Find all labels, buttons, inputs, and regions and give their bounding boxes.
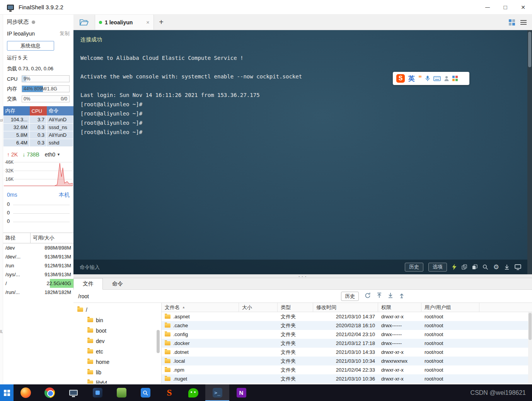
column-header-mtime[interactable]: 修改时间 [313,303,378,312]
open-connection-manager-button[interactable] [73,15,95,30]
ping-host[interactable]: 本机 [59,192,70,199]
search-icon[interactable] [483,264,488,270]
taskbar-finalshell[interactable] [205,384,229,401]
disk-header-size[interactable]: 可用/大小 [31,233,73,243]
file-row[interactable]: .docker 文件夹 2021/03/12 17:18 drwx------ … [162,339,532,348]
taskbar-onenote[interactable] [229,384,253,401]
process-header-mem[interactable]: 内存 [3,106,30,116]
tree-scrollbar-thumb[interactable] [157,330,160,353]
disk-row[interactable]: /run 912M/913M [3,261,73,270]
disk-row[interactable]: /sys/... 913M/913M [3,270,73,279]
taskbar-computer[interactable] [61,384,85,401]
minimize-button[interactable] [479,0,496,15]
copy-ip-link[interactable]: 复制 [60,30,70,37]
close-button[interactable] [514,0,532,15]
terminal-scrollbar[interactable] [527,30,532,274]
tree-item[interactable]: lib64 [73,377,161,384]
window-controls [479,0,532,15]
windows-start-button[interactable] [0,384,14,401]
file-row[interactable]: .config 文件夹 2021/02/04 23:10 drwx------ … [162,330,532,339]
process-row[interactable]: 6.4M 0.3 sshd [3,139,73,147]
process-header-cmd[interactable]: 命令 [47,106,73,116]
taskbar-app-green[interactable] [109,384,133,401]
tab-commands[interactable]: 命令 [103,278,132,289]
taskbar-chrome[interactable] [38,384,61,401]
ime-toolbox-grid-icon[interactable] [452,76,458,81]
disk-header-path[interactable]: 路径 [3,233,31,243]
upload-icon[interactable] [399,292,404,300]
file-row[interactable]: .dotnet 文件夹 2021/03/10 14:33 drwxr-xr-x … [162,348,532,357]
maximize-button[interactable] [496,0,514,15]
download-icon[interactable] [388,292,393,300]
tree-item-root[interactable]: / [73,304,161,315]
fullscreen-window-icon[interactable] [515,264,521,270]
paste-icon[interactable] [472,264,477,270]
tree-item[interactable]: dev [73,336,161,346]
disk-row[interactable]: / 22.5G/40G [3,279,73,288]
taskbar-wechat[interactable] [181,384,205,401]
tree-item[interactable]: lib [73,367,161,377]
file-name: .local [173,358,185,364]
file-row[interactable]: .cache 文件夹 2020/02/18 16:10 drwx------ r… [162,321,532,330]
ime-keyboard-icon[interactable] [433,76,441,81]
file-row[interactable]: .nuget 文件夹 2021/03/10 10:36 drwxr-xr-x r… [162,374,532,383]
terminal-scrollbar-thumb[interactable] [528,32,531,67]
disk-row[interactable]: /run/... 182M/182M [3,288,73,297]
file-table-scrollbar-thumb[interactable] [529,313,532,340]
column-header-perm[interactable]: 权限 [378,303,421,312]
process-row[interactable]: 32.6M 0.3 sssd_ns [3,124,73,131]
process-row[interactable]: 104.3... 3.7 AliYunD [3,116,73,124]
current-path[interactable]: /root [78,293,89,299]
file-row[interactable]: .local 文件夹 2021/03/10 10:34 drwxrwxrwx r… [162,357,532,365]
column-header-filename[interactable]: 文件名 [162,303,239,312]
file-row[interactable]: .npm 文件夹 2021/02/04 22:33 drwxr-xr-x roo… [162,365,532,374]
finalshell-window: FinalShell 3.9.2.2 ot IL 同步状态 IP leoaliy… [0,0,532,401]
sogou-logo-icon[interactable]: S [396,74,405,83]
tree-item[interactable]: home [73,357,161,367]
file-table-scrollbar[interactable] [528,312,532,384]
command-input[interactable] [80,264,405,270]
sogou-ime-toolbar[interactable]: S 英 ” [393,72,469,85]
terminal-view[interactable]: 连接成功 Welcome to Alibaba Cloud Elastic Co… [73,30,527,274]
history-button[interactable]: 历史 [405,263,423,272]
layout-grid-icon[interactable] [509,19,515,25]
process-row[interactable]: 5.8M 0.3 AliYunD [3,131,73,139]
path-history-button[interactable]: 历史 [341,292,359,301]
taskbar-sogou[interactable]: S [157,384,181,401]
download-arrow-icon[interactable] [504,264,510,270]
tree-item[interactable]: bin [73,315,161,325]
terminal-prompt-line: [root@aliyunleo ~]# [80,127,527,137]
transfer-up-icon[interactable] [377,292,382,300]
tree-item[interactable]: etc [73,346,161,357]
ime-handwriting-icon[interactable] [444,76,449,81]
tab-close-icon[interactable] [146,19,150,25]
column-header-type[interactable]: 类型 [278,303,313,312]
disk-row[interactable]: /dev/... 913M/913M [3,252,73,261]
new-tab-button[interactable] [154,15,169,30]
ime-language-toggle[interactable]: 英 [408,74,415,83]
tab-files[interactable]: 文件 [73,278,103,290]
taskbar-firefox[interactable] [14,384,38,401]
copy-icon[interactable] [462,264,467,270]
tree-item[interactable]: boot [73,325,161,336]
options-button[interactable]: 选项 [428,263,447,272]
column-header-size[interactable]: 大小 [239,303,278,312]
taskbar-app-blue[interactable] [85,384,109,401]
folder-icon [165,350,171,354]
panel-resize-handle[interactable] [73,274,532,278]
tab-leoaliyun[interactable]: 1 leoaliyun [95,15,154,30]
disk-row[interactable]: /dev 898M/898M [3,243,73,253]
accelerate-bolt-icon[interactable] [452,264,457,270]
refresh-icon[interactable] [365,292,371,300]
process-header-cpu[interactable]: CPU [30,106,47,116]
network-interface-select[interactable]: eth0 [45,151,55,158]
settings-gear-icon[interactable]: ⚙ [493,264,499,270]
file-row[interactable]: .aspnet 文件夹 2021/03/10 14:37 drwxr-xr-x … [162,312,532,321]
ime-mic-icon[interactable] [425,75,430,82]
column-header-owner[interactable]: 用户/用户组 [421,303,479,312]
system-info-button[interactable]: 系统信息 [7,41,54,51]
ime-punctuation-icon[interactable]: ” [418,76,422,80]
collapsed-panel-strip[interactable]: ot IL [0,15,3,384]
hamburger-menu-icon[interactable] [520,20,527,25]
taskbar-search-app[interactable] [133,384,157,401]
